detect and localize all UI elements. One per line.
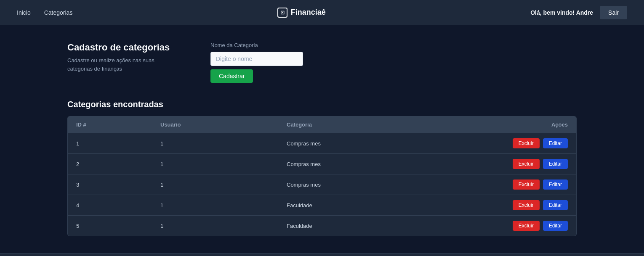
cell-categoria: Compras mes <box>278 154 492 174</box>
excluir-button[interactable]: Excluir <box>513 179 540 190</box>
form-section: Cadastro de categorias Cadastre ou reali… <box>67 42 577 83</box>
table-row: 1 1 Compras mes Excluir Editar <box>68 133 576 154</box>
editar-button[interactable]: Editar <box>543 138 568 148</box>
navbar-right: Olá, bem vindo! Andre Sair <box>530 6 627 19</box>
cell-usuario: 1 <box>152 216 278 236</box>
col-header-id: ID # <box>68 116 152 133</box>
cell-id: 3 <box>68 174 152 195</box>
cell-acoes: Excluir Editar <box>492 195 576 216</box>
editar-button[interactable]: Editar <box>543 179 568 190</box>
excluir-button[interactable]: Excluir <box>513 221 540 231</box>
table-title: Categorias encontradas <box>67 100 577 109</box>
cell-usuario: 1 <box>152 195 278 216</box>
cell-id: 4 <box>68 195 152 216</box>
cell-usuario: 1 <box>152 133 278 154</box>
nav-inicio[interactable]: Inicio <box>17 9 31 16</box>
navbar: Inicio Categorias ⊡ Financiaê Olá, bem v… <box>0 0 644 25</box>
excluir-button[interactable]: Excluir <box>513 159 540 169</box>
cell-id: 5 <box>68 216 152 236</box>
table-wrapper: ID # Usuário Categoria Ações 1 1 Compras… <box>67 116 577 236</box>
category-name-input[interactable] <box>210 52 303 66</box>
col-header-usuario: Usuário <box>152 116 278 133</box>
user-name: Andre <box>576 9 593 16</box>
cell-categoria: Faculdade <box>278 216 492 236</box>
cell-categoria: Faculdade <box>278 195 492 216</box>
col-header-acoes: Ações <box>492 116 576 133</box>
table-row: 4 1 Faculdade Excluir Editar <box>68 195 576 216</box>
category-name-label: Nome da Categoria <box>210 42 303 48</box>
table-row: 3 1 Compras mes Excluir Editar <box>68 174 576 195</box>
cell-acoes: Excluir Editar <box>492 133 576 154</box>
cell-acoes: Excluir Editar <box>492 154 576 174</box>
cell-categoria: Compras mes <box>278 133 492 154</box>
submit-button[interactable]: Cadastrar <box>210 69 253 83</box>
table-section: Categorias encontradas ID # Usuário Cate… <box>67 100 577 236</box>
editar-button[interactable]: Editar <box>543 221 568 231</box>
form-title: Cadastro de categorias <box>67 42 177 53</box>
cell-acoes: Excluir Editar <box>492 216 576 236</box>
main-content: Cadastro de categorias Cadastre ou reali… <box>0 25 644 253</box>
cell-id: 2 <box>68 154 152 174</box>
navbar-left: Inicio Categorias <box>17 9 72 16</box>
editar-button[interactable]: Editar <box>543 200 568 210</box>
categories-table: ID # Usuário Categoria Ações 1 1 Compras… <box>68 116 576 236</box>
editar-button[interactable]: Editar <box>543 159 568 169</box>
cell-categoria: Compras mes <box>278 174 492 195</box>
excluir-button[interactable]: Excluir <box>513 200 540 210</box>
brand-name: Financiaê <box>291 8 326 17</box>
excluir-button[interactable]: Excluir <box>513 138 540 148</box>
form-fields: Nome da Categoria Cadastrar <box>210 42 303 83</box>
brand-logo-icon: ⊡ <box>277 8 287 18</box>
cell-id: 1 <box>68 133 152 154</box>
cell-acoes: Excluir Editar <box>492 174 576 195</box>
table-row: 2 1 Compras mes Excluir Editar <box>68 154 576 174</box>
table-header-row: ID # Usuário Categoria Ações <box>68 116 576 133</box>
welcome-text: Olá, bem vindo! Andre <box>530 9 593 16</box>
navbar-brand: ⊡ Financiaê <box>277 8 326 18</box>
logout-button[interactable]: Sair <box>600 6 627 19</box>
form-description: Cadastro de categorias Cadastre ou reali… <box>67 42 177 73</box>
cell-usuario: 1 <box>152 174 278 195</box>
form-subtitle: Cadastre ou realize ações nas suas categ… <box>67 56 177 73</box>
footer: ⊡ Termos de uso Privacidade Instagram Fa… <box>0 253 644 256</box>
table-row: 5 1 Faculdade Excluir Editar <box>68 216 576 236</box>
col-header-categoria: Categoria <box>278 116 492 133</box>
nav-categorias[interactable]: Categorias <box>44 9 73 16</box>
cell-usuario: 1 <box>152 154 278 174</box>
